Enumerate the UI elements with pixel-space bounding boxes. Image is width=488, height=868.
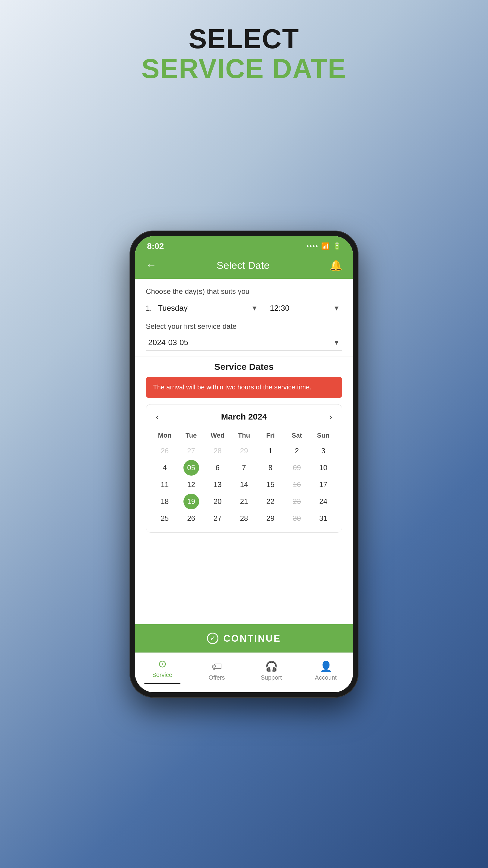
nav-label-account: Account	[315, 674, 336, 681]
phone-frame: 8:02 📶 🔋 ← Select Date 🔔	[130, 230, 358, 698]
calendar-day-cell[interactable]: 18	[152, 494, 177, 509]
calendar-day-cell[interactable]: 16	[284, 477, 310, 493]
calendar-grid: MonTueWedThuFriSatSun2627282912340567809…	[152, 429, 336, 526]
calendar-prev-button[interactable]: ‹	[152, 410, 162, 423]
calendar-day-cell[interactable]: 29	[231, 443, 257, 459]
page-title-area: SELECT SERVICE DATE	[0, 24, 488, 84]
calendar-day-cell[interactable]: 19	[178, 494, 204, 509]
calendar-day-cell[interactable]: 30	[284, 510, 310, 526]
calendar-day-cell[interactable]: 29	[258, 510, 283, 526]
nav-icon-account: 👤	[320, 660, 332, 673]
calendar-day-cell[interactable]: 23	[284, 494, 310, 509]
calendar-header: ‹ March 2024 ›	[152, 410, 336, 423]
calendar-day-cell[interactable]: 26	[152, 443, 177, 459]
nav-item-support[interactable]: 🎧Support	[244, 660, 298, 681]
content-section: Choose the day(s) that suits you 1. Tues…	[135, 279, 353, 356]
nav-item-service[interactable]: ⊙Service	[135, 658, 190, 684]
calendar-day-header: Tue	[178, 429, 204, 442]
calendar-next-button[interactable]: ›	[326, 410, 336, 423]
calendar-day-cell[interactable]: 31	[311, 510, 336, 526]
calendar-day-cell[interactable]: 13	[205, 477, 230, 493]
wifi-icon: 📶	[321, 242, 329, 250]
alert-text: The arrival will be within two hours of …	[153, 383, 312, 391]
calendar-day-cell[interactable]: 25	[152, 510, 177, 526]
status-bar: 8:02 📶 🔋	[135, 236, 353, 254]
calendar-day-cell[interactable]: 8	[258, 460, 283, 475]
calendar-day-cell[interactable]: 28	[231, 510, 257, 526]
calendar-day-cell[interactable]: 2	[284, 443, 310, 459]
nav-label-offers: Offers	[208, 674, 225, 681]
calendar-day-cell[interactable]: 11	[152, 477, 177, 493]
calendar-day-cell[interactable]: 12	[178, 477, 204, 493]
date-dropdown-arrow: ▼	[333, 339, 340, 347]
calendar-day-cell[interactable]: 21	[231, 494, 257, 509]
calendar-day-cell[interactable]: 09	[284, 460, 310, 475]
phone-wrapper: 8:02 📶 🔋 ← Select Date 🔔	[130, 230, 358, 698]
main-content: Choose the day(s) that suits you 1. Tues…	[135, 279, 353, 624]
calendar-day-cell[interactable]: 14	[231, 477, 257, 493]
calendar-day-cell[interactable]: 10	[311, 460, 336, 475]
nav-item-account[interactable]: 👤Account	[298, 660, 353, 681]
signal-dots	[307, 245, 318, 247]
signal-dot	[316, 245, 318, 247]
nav-icon-support: 🎧	[265, 660, 278, 673]
calendar-day-cell[interactable]: 17	[311, 477, 336, 493]
calendar-day-cell[interactable]: 24	[311, 494, 336, 509]
calendar-day-cell[interactable]: 15	[258, 477, 283, 493]
status-icons: 📶 🔋	[307, 242, 341, 250]
calendar-day-header: Sat	[284, 429, 310, 442]
calendar-day-cell[interactable]: 28	[205, 443, 230, 459]
calendar-container: ‹ March 2024 › MonTueWedThuFriSatSun2627…	[146, 404, 342, 532]
calendar-day-cell[interactable]: 22	[258, 494, 283, 509]
back-button[interactable]: ←	[146, 259, 157, 272]
service-dates-title: Service Dates	[135, 356, 353, 377]
nav-icon-service: ⊙	[158, 658, 167, 670]
nav-label-support: Support	[261, 674, 282, 681]
time-value: 12:30	[270, 304, 290, 313]
select-date-label: Select your first service date	[146, 322, 342, 331]
continue-button[interactable]: ✓ CONTINUE	[135, 624, 353, 652]
day-value: Tuesday	[158, 304, 188, 313]
choose-label: Choose the day(s) that suits you	[146, 287, 342, 296]
bottom-nav: ⊙Service🏷Offers🎧Support👤Account	[135, 652, 353, 692]
calendar-day-cell[interactable]: 7	[231, 460, 257, 475]
nav-icon-offers: 🏷	[212, 661, 222, 673]
row-number: 1.	[146, 304, 152, 313]
page-title-service: SERVICE DATE	[0, 54, 488, 84]
time-dropdown-arrow: ▼	[333, 304, 340, 312]
signal-dot	[307, 245, 308, 247]
alert-banner: The arrival will be within two hours of …	[146, 377, 342, 398]
calendar-day-header: Fri	[258, 429, 283, 442]
continue-check-icon: ✓	[207, 632, 218, 644]
status-time: 8:02	[147, 241, 164, 251]
signal-dot	[313, 245, 315, 247]
calendar-day-cell[interactable]: 1	[258, 443, 283, 459]
calendar-day-cell[interactable]: 26	[178, 510, 204, 526]
calendar-day-cell[interactable]: 27	[205, 510, 230, 526]
calendar-day-cell[interactable]: 6	[205, 460, 230, 475]
calendar-day-cell[interactable]: 4	[152, 460, 177, 475]
signal-dot	[310, 245, 312, 247]
page-title-select: SELECT	[0, 24, 488, 54]
calendar-day-cell[interactable]: 20	[205, 494, 230, 509]
nav-active-indicator	[144, 683, 181, 684]
calendar-day-header: Thu	[231, 429, 257, 442]
bell-icon[interactable]: 🔔	[330, 259, 342, 271]
calendar-day-header: Sun	[311, 429, 336, 442]
date-value: 2024-03-05	[148, 338, 188, 347]
nav-label-service: Service	[152, 672, 172, 678]
calendar-day-cell[interactable]: 3	[311, 443, 336, 459]
day-row: 1. Tuesday ▼ 12:30 ▼	[146, 301, 342, 316]
day-dropdown[interactable]: Tuesday ▼	[156, 301, 260, 316]
battery-icon: 🔋	[333, 242, 341, 250]
calendar-day-cell[interactable]: 05	[178, 460, 204, 475]
phone-screen: 8:02 📶 🔋 ← Select Date 🔔	[135, 236, 353, 692]
nav-item-offers[interactable]: 🏷Offers	[190, 661, 244, 681]
time-dropdown[interactable]: 12:30 ▼	[267, 301, 342, 316]
day-dropdown-arrow: ▼	[251, 304, 258, 312]
calendar-day-header: Wed	[205, 429, 230, 442]
calendar-day-cell[interactable]: 27	[178, 443, 204, 459]
app-bar: ← Select Date 🔔	[135, 254, 353, 279]
app-bar-title: Select Date	[217, 259, 270, 271]
date-dropdown[interactable]: 2024-03-05 ▼	[146, 335, 342, 350]
